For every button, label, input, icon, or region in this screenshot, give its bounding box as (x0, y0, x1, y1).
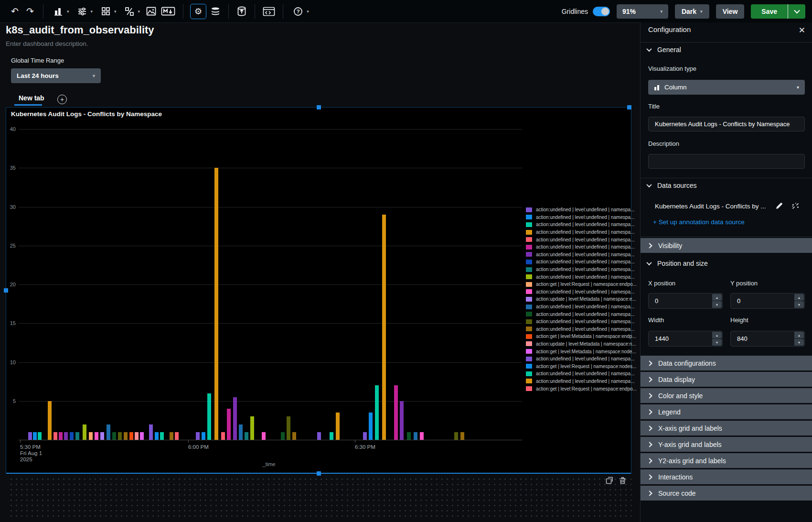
legend-item[interactable]: action:undefined | level:undefined | nam… (526, 214, 637, 221)
section-source-code[interactable]: Source code (641, 486, 812, 500)
data-source-name[interactable]: Kubernetes Audit Logs - Conflicts by ... (655, 203, 766, 210)
legend-item[interactable]: action:undefined | level:undefined | nam… (526, 258, 637, 266)
legend-item[interactable]: action:undefined | level:undefined | nam… (526, 326, 637, 333)
image-icon[interactable] (145, 4, 157, 19)
legend-item[interactable]: action:undefined | level:undefined | nam… (526, 251, 637, 259)
code-panel-icon[interactable] (262, 4, 276, 19)
stepper-up-icon[interactable]: ▲ (794, 294, 804, 301)
bar-darkolive-51 (454, 432, 458, 440)
legend-item[interactable]: action:undefined | level:undefined | nam… (526, 310, 637, 318)
add-control-button[interactable]: ▾ (76, 4, 93, 19)
toolbar-right: Gridlines 91%▾ Dark▾ View Save (562, 0, 812, 22)
legend-item[interactable]: action:get | level:Metadata | namespace:… (526, 333, 637, 340)
resize-handle-top-right[interactable] (627, 105, 631, 109)
redo-icon[interactable]: ↷ (24, 4, 36, 19)
xaxis-title: _time (231, 461, 307, 467)
zoom-level-dropdown[interactable]: 91%▾ (617, 4, 668, 19)
stepper-down-icon[interactable]: ▼ (794, 339, 804, 346)
width-input[interactable]: 1440 ▲▼ (648, 331, 723, 347)
description-input[interactable] (648, 154, 805, 169)
help-menu-button[interactable]: ? ▾ (292, 4, 309, 19)
legend-swatch (526, 357, 532, 361)
legend-item[interactable]: action:get | level:Metadata | namespace:… (526, 348, 637, 355)
resize-handle-left[interactable] (4, 288, 8, 293)
chart-widget[interactable]: Kubernetes Audit Logs - Conflicts by Nam… (6, 107, 631, 473)
legend-item[interactable]: action:update | level:Metadata | namespa… (526, 295, 637, 303)
add-layout-button[interactable]: ▾ (99, 4, 117, 19)
legend-item[interactable]: action:update | level:Metadata | namespa… (526, 340, 637, 348)
dashboard-grid-canvas[interactable] (9, 477, 631, 520)
section-data-display[interactable]: Data display (641, 372, 812, 387)
add-chart-button[interactable]: ▾ (52, 4, 69, 19)
time-range-dropdown[interactable]: Last 24 hours ▾ (11, 68, 101, 83)
theme-dropdown[interactable]: Dark▾ (675, 4, 709, 19)
section-visibility[interactable]: Visibility (641, 238, 812, 253)
stepper-up-icon[interactable]: ▲ (712, 332, 722, 338)
legend-item[interactable]: action:undefined | level:undefined | nam… (526, 236, 637, 243)
gridlines-toggle[interactable] (593, 7, 610, 16)
legend-item[interactable]: action:undefined | level:undefined | nam… (526, 243, 637, 251)
dashboard-title[interactable]: k8s_audit_from_observability (6, 24, 154, 36)
legend-label: action:get | level:Request | namespace:e… (536, 282, 637, 287)
markdown-icon[interactable] (160, 4, 176, 19)
bar-steelblue-32 (239, 424, 243, 440)
database-upload-icon[interactable] (235, 4, 248, 19)
save-button[interactable]: Save (751, 4, 788, 19)
stepper-up-icon[interactable]: ▲ (712, 294, 722, 301)
legend-item[interactable]: action:undefined | level:undefined | nam… (526, 221, 637, 228)
legend-item[interactable]: action:get | level:Request | namespace:e… (526, 281, 637, 288)
section-x-axis-grid-and-labels[interactable]: X-axis grid and labels (641, 421, 812, 435)
add-tab-button[interactable]: + (57, 95, 67, 104)
legend-item[interactable]: action:undefined | level:undefined | nam… (526, 355, 637, 363)
tab-new-tab[interactable]: New tab (19, 94, 44, 102)
toolbar-divider (183, 4, 183, 19)
legend-swatch (526, 386, 532, 391)
legend-item[interactable]: action:get | level:Request | namespace:e… (526, 385, 637, 392)
legend-item[interactable]: action:undefined | level:undefined | nam… (526, 370, 637, 378)
title-input[interactable]: Kubernetes Audit Logs - Conflicts by Nam… (648, 117, 805, 131)
legend-item[interactable]: action:undefined | level:undefined | nam… (526, 266, 637, 273)
section-color-and-style[interactable]: Color and style (641, 388, 812, 403)
chevron-down-icon: ▾ (114, 9, 117, 14)
viz-type-dropdown[interactable]: Column ▾ (648, 80, 805, 95)
legend-label: action:undefined | level:undefined | nam… (536, 289, 634, 294)
section-data-configurations[interactable]: Data configurations (641, 356, 812, 370)
resize-handle-top[interactable] (317, 105, 321, 109)
undo-icon[interactable]: ↶ (9, 4, 21, 19)
stepper-down-icon[interactable]: ▼ (712, 339, 722, 346)
pencil-icon[interactable] (775, 202, 783, 210)
legend-item[interactable]: action:get | level:Request | namespace:n… (526, 362, 637, 370)
view-button[interactable]: View (716, 4, 745, 19)
legend-item[interactable]: action:undefined | level:undefined | nam… (526, 318, 637, 326)
chart-title: Kubernetes Audit Logs - Conflicts by Nam… (11, 110, 162, 118)
section-general[interactable]: General (641, 44, 812, 55)
legend-item[interactable]: action:undefined | level:undefined | nam… (526, 288, 637, 296)
x-position-input[interactable]: 0 ▲▼ (648, 293, 723, 309)
section-data-sources[interactable]: Data sources (641, 180, 812, 191)
section-position-and-size[interactable]: Position and size (641, 258, 812, 269)
configuration-toggle-button[interactable]: ⚙ (190, 4, 206, 19)
section-y2-axis-grid-and-labels[interactable]: Y2-axis grid and labels (641, 453, 812, 468)
dashboard-description-placeholder[interactable]: Enter dashboard description. (6, 40, 88, 47)
section-legend[interactable]: Legend (641, 404, 812, 419)
bar-peach-10 (89, 432, 93, 440)
stepper-up-icon[interactable]: ▲ (794, 332, 804, 338)
add-shape-button[interactable]: ▾ (123, 4, 140, 19)
setup-annotation-link[interactable]: + Set up annotation data source (653, 218, 745, 226)
stepper-down-icon[interactable]: ▼ (712, 301, 722, 308)
unlink-icon[interactable] (791, 202, 800, 210)
stepper-down-icon[interactable]: ▼ (794, 301, 804, 308)
legend-item[interactable]: action:undefined | level:undefined | nam… (526, 303, 637, 311)
section-y-axis-grid-and-labels[interactable]: Y-axis grid and labels (641, 437, 812, 452)
section-interactions[interactable]: Interactions (641, 469, 812, 484)
save-menu-button[interactable] (788, 4, 805, 19)
selection-bottom-edge[interactable] (6, 473, 631, 474)
legend-item[interactable]: action:undefined | level:undefined | nam… (526, 228, 637, 236)
legend-item[interactable]: action:undefined | level:undefined | nam… (526, 206, 637, 214)
legend-item[interactable]: action:undefined | level:undefined | nam… (526, 378, 637, 385)
y-position-input[interactable]: 0 ▲▼ (730, 293, 805, 309)
close-icon[interactable]: ✕ (799, 26, 805, 34)
legend-item[interactable]: action:undefined | level:undefined | nam… (526, 273, 637, 281)
height-input[interactable]: 840 ▲▼ (730, 331, 805, 347)
layers-stack-icon[interactable] (209, 4, 222, 19)
